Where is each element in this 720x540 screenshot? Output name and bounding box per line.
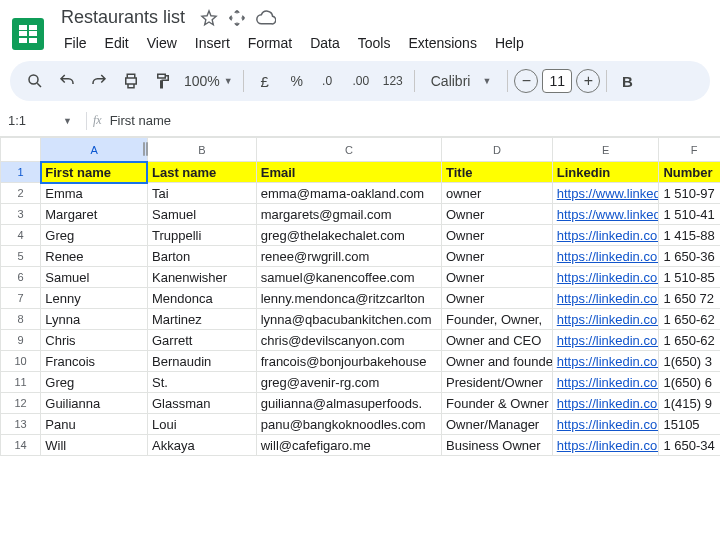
data-cell[interactable]: Owner — [441, 246, 552, 267]
data-cell[interactable]: Owner — [441, 267, 552, 288]
data-cell[interactable]: Owner — [441, 288, 552, 309]
data-cell[interactable]: 1 650-36 — [659, 246, 720, 267]
data-cell[interactable]: Samuel — [147, 204, 256, 225]
data-cell[interactable]: St. — [147, 372, 256, 393]
data-cell[interactable]: 1 510-85 — [659, 267, 720, 288]
data-cell[interactable]: 1 510-97 — [659, 183, 720, 204]
data-cell[interactable]: Glassman — [147, 393, 256, 414]
col-header-A[interactable]: A — [41, 138, 148, 162]
formula-bar[interactable]: First name — [110, 113, 171, 128]
data-cell[interactable]: Owner — [441, 225, 552, 246]
data-cell[interactable]: https://linkedin.com — [552, 372, 659, 393]
data-cell[interactable]: President/Owner — [441, 372, 552, 393]
row-header-1[interactable]: 1 — [1, 162, 41, 183]
data-cell[interactable]: chris@devilscanyon.com — [256, 330, 441, 351]
header-cell[interactable]: Number — [659, 162, 720, 183]
header-cell[interactable]: Last name — [147, 162, 256, 183]
data-cell[interactable]: Tai — [147, 183, 256, 204]
data-cell[interactable]: francois@bonjourbakehouse — [256, 351, 441, 372]
data-cell[interactable]: lenny.mendonca@ritzcarlton — [256, 288, 441, 309]
data-cell[interactable]: https://linkedin.com — [552, 267, 659, 288]
bold-button[interactable]: B — [613, 66, 641, 96]
star-icon[interactable] — [200, 9, 218, 27]
data-cell[interactable]: Business Owner — [441, 435, 552, 456]
data-cell[interactable]: 1 415-88 — [659, 225, 720, 246]
menu-file[interactable]: File — [56, 31, 95, 55]
data-cell[interactable]: Founder, Owner, — [441, 309, 552, 330]
data-cell[interactable]: guilianna@almasuperfoods. — [256, 393, 441, 414]
data-cell[interactable]: https://linkedin.com — [552, 393, 659, 414]
move-icon[interactable] — [228, 9, 246, 27]
data-cell[interactable]: owner — [441, 183, 552, 204]
increase-decimal-icon[interactable]: .00 — [346, 66, 376, 96]
data-cell[interactable]: Will — [41, 435, 148, 456]
header-cell[interactable]: Email — [256, 162, 441, 183]
doc-title[interactable]: Restaurants list — [56, 6, 190, 29]
data-cell[interactable]: Samuel — [41, 267, 148, 288]
row-header-12[interactable]: 12 — [1, 393, 41, 414]
data-cell[interactable]: https://linkedin.com — [552, 351, 659, 372]
header-cell[interactable]: Title — [441, 162, 552, 183]
data-cell[interactable]: Margaret — [41, 204, 148, 225]
data-cell[interactable]: 1 650-62 — [659, 309, 720, 330]
data-cell[interactable]: 15105 — [659, 414, 720, 435]
data-cell[interactable]: 1 650-34 — [659, 435, 720, 456]
data-cell[interactable]: 1 650 72 — [659, 288, 720, 309]
data-cell[interactable]: https://linkedin.com — [552, 288, 659, 309]
data-cell[interactable]: Loui — [147, 414, 256, 435]
col-header-F[interactable]: F — [659, 138, 720, 162]
col-header-B[interactable]: B — [147, 138, 256, 162]
data-cell[interactable]: https://linkedin.com — [552, 246, 659, 267]
data-cell[interactable]: https://linkedin.com — [552, 414, 659, 435]
data-cell[interactable]: margarets@gmail.com — [256, 204, 441, 225]
paint-format-icon[interactable] — [148, 66, 178, 96]
data-cell[interactable]: Mendonca — [147, 288, 256, 309]
select-all-corner[interactable] — [1, 138, 41, 162]
data-cell[interactable]: emma@mama-oakland.com — [256, 183, 441, 204]
data-cell[interactable]: Garrett — [147, 330, 256, 351]
data-cell[interactable]: Emma — [41, 183, 148, 204]
menu-data[interactable]: Data — [302, 31, 348, 55]
decrease-decimal-icon[interactable]: .0 — [314, 66, 344, 96]
menu-insert[interactable]: Insert — [187, 31, 238, 55]
zoom-select[interactable]: 100% ▼ — [180, 69, 237, 93]
data-cell[interactable]: 1 510-41 — [659, 204, 720, 225]
row-header-5[interactable]: 5 — [1, 246, 41, 267]
undo-icon[interactable] — [52, 66, 82, 96]
sheets-logo[interactable] — [12, 18, 44, 50]
menu-format[interactable]: Format — [240, 31, 300, 55]
data-cell[interactable]: Renee — [41, 246, 148, 267]
data-cell[interactable]: https://linkedin.com — [552, 330, 659, 351]
row-header-2[interactable]: 2 — [1, 183, 41, 204]
data-cell[interactable]: https://linkedin.com — [552, 225, 659, 246]
data-cell[interactable]: Owner and founder — [441, 351, 552, 372]
row-header-14[interactable]: 14 — [1, 435, 41, 456]
data-cell[interactable]: renee@rwgrill.com — [256, 246, 441, 267]
data-cell[interactable]: 1(650) 6 — [659, 372, 720, 393]
data-cell[interactable]: Martinez — [147, 309, 256, 330]
data-cell[interactable]: Greg — [41, 372, 148, 393]
data-cell[interactable]: Founder & Owner — [441, 393, 552, 414]
cloud-status-icon[interactable] — [256, 8, 276, 28]
col-header-C[interactable]: C — [256, 138, 441, 162]
menu-help[interactable]: Help — [487, 31, 532, 55]
font-size-increase[interactable]: + — [576, 69, 600, 93]
data-cell[interactable]: greg@avenir-rg.com — [256, 372, 441, 393]
data-cell[interactable]: Truppelli — [147, 225, 256, 246]
row-header-11[interactable]: 11 — [1, 372, 41, 393]
data-cell[interactable]: greg@thelakechalet.com — [256, 225, 441, 246]
data-cell[interactable]: 1(650) 3 — [659, 351, 720, 372]
row-header-4[interactable]: 4 — [1, 225, 41, 246]
col-header-D[interactable]: D — [441, 138, 552, 162]
data-cell[interactable]: Owner — [441, 204, 552, 225]
data-cell[interactable]: https://www.linkedin.com — [552, 204, 659, 225]
menu-extensions[interactable]: Extensions — [400, 31, 484, 55]
menu-tools[interactable]: Tools — [350, 31, 399, 55]
row-header-13[interactable]: 13 — [1, 414, 41, 435]
data-cell[interactable]: 1 650-62 — [659, 330, 720, 351]
row-header-9[interactable]: 9 — [1, 330, 41, 351]
data-cell[interactable]: https://linkedin.com — [552, 435, 659, 456]
data-cell[interactable]: Akkaya — [147, 435, 256, 456]
col-header-E[interactable]: E — [552, 138, 659, 162]
data-cell[interactable]: panu@bangkoknoodles.com — [256, 414, 441, 435]
